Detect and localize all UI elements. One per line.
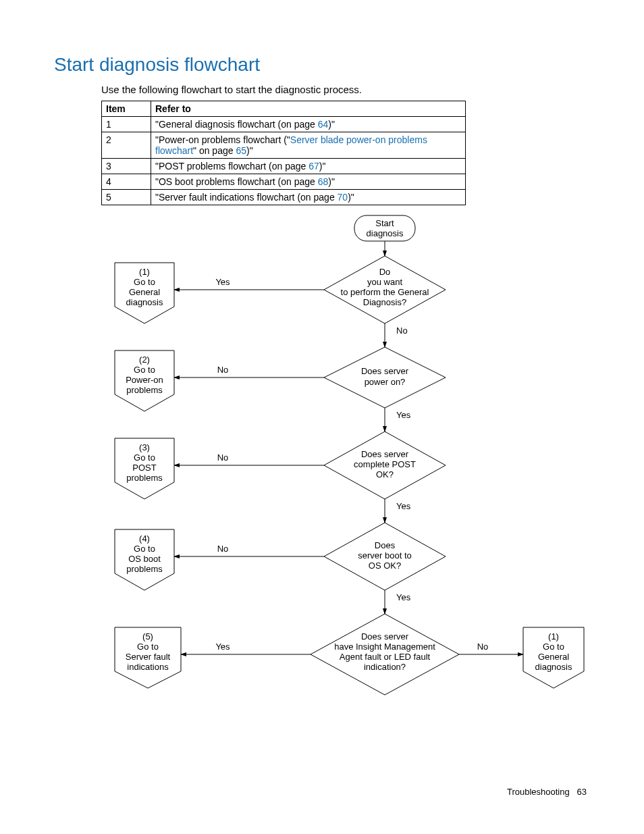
svg-text:(4): (4)	[139, 533, 150, 544]
cell-refer: "Power-on problems flowchart ("Server bl…	[151, 132, 466, 159]
svg-text:(5): (5)	[142, 631, 153, 642]
svg-text:Go to: Go to	[134, 365, 155, 375]
table-row: 1 "General diagnosis flowchart (on page …	[102, 117, 466, 132]
page-link[interactable]: 70	[338, 192, 348, 203]
label-yes: Yes	[215, 277, 230, 287]
cell-refer: "General diagnosis flowchart (on page 64…	[151, 117, 466, 132]
header-item: Item	[102, 101, 151, 117]
svg-text:have Insight Management: have Insight Management	[334, 642, 435, 652]
svg-text:Server fault: Server fault	[126, 652, 171, 662]
label-yes: Yes	[215, 642, 230, 652]
offpage-power-on: (2) Go to Power-on problems	[115, 350, 174, 411]
svg-text:problems: problems	[126, 385, 163, 395]
svg-text:problems: problems	[126, 473, 163, 483]
page-link[interactable]: 64	[318, 119, 329, 130]
cell-item: 3	[102, 159, 151, 174]
svg-text:diagnosis: diagnosis	[535, 662, 572, 672]
svg-text:OS OK?: OS OK?	[369, 561, 401, 571]
flowchart: Start diagnosis Do you want to perform t…	[101, 212, 590, 741]
cell-refer: "Server fault indications flowchart (on …	[151, 190, 466, 205]
footer-page: 63	[577, 787, 587, 797]
footer-section: Troubleshooting	[507, 787, 570, 797]
decision-osboot: Does server boot to OS OK?	[324, 523, 446, 590]
cell-item: 4	[102, 174, 151, 190]
page-link[interactable]: 65	[236, 145, 246, 156]
cell-item: 2	[102, 132, 151, 159]
svg-text:problems: problems	[126, 564, 163, 574]
svg-text:Start: Start	[375, 218, 394, 228]
svg-text:Go to: Go to	[543, 642, 564, 652]
label-no: No	[477, 642, 489, 652]
table-row: 2 "Power-on problems flowchart ("Server …	[102, 132, 466, 159]
page-link[interactable]: 67	[308, 161, 319, 172]
offpage-post: (3) Go to POST problems	[115, 438, 174, 499]
svg-text:Power-on: Power-on	[126, 375, 163, 385]
svg-text:(1): (1)	[139, 267, 150, 277]
svg-text:indications: indications	[127, 662, 169, 672]
cell-item: 5	[102, 190, 151, 205]
svg-text:diagnosis: diagnosis	[367, 228, 404, 238]
label-no: No	[217, 365, 229, 375]
svg-text:Go to: Go to	[134, 277, 155, 287]
label-no: No	[217, 544, 229, 554]
svg-text:(2): (2)	[139, 355, 150, 365]
svg-text:server boot to: server boot to	[358, 550, 412, 561]
cell-refer: "OS boot problems flowchart (on page 68)…	[151, 174, 466, 190]
reference-table: Item Refer to 1 "General diagnosis flowc…	[101, 101, 466, 205]
label-yes: Yes	[396, 501, 411, 511]
label-no: No	[396, 325, 408, 336]
svg-text:Go to: Go to	[137, 642, 159, 652]
svg-text:Diagnosis?: Diagnosis?	[363, 297, 406, 307]
cell-item: 1	[102, 117, 151, 132]
svg-text:(3): (3)	[139, 442, 150, 452]
label-yes: Yes	[396, 410, 411, 420]
page-title: Start diagnosis flowchart	[54, 54, 590, 76]
decision-post: Does server complete POST OK?	[324, 432, 446, 499]
svg-text:Go to: Go to	[134, 544, 155, 554]
svg-text:power on?: power on?	[365, 377, 406, 387]
svg-text:Go to: Go to	[134, 452, 155, 463]
svg-text:complete POST: complete POST	[354, 459, 416, 469]
offpage-server-fault: (5) Go to Server fault indications	[115, 627, 181, 688]
svg-text:Agent fault or LED fault: Agent fault or LED fault	[340, 652, 431, 662]
svg-text:you want: you want	[367, 277, 402, 287]
decision-fault: Does server have Insight Management Agen…	[311, 614, 459, 695]
svg-text:(1): (1)	[548, 631, 559, 642]
svg-text:OK?: OK?	[376, 469, 394, 479]
page-link[interactable]: 68	[318, 176, 329, 187]
decision-general: Do you want to perform the General Diagn…	[324, 256, 446, 323]
offpage-general-diagnosis: (1) Go to General diagnosis	[115, 263, 174, 323]
table-row: 3 "POST problems flowchart (on page 67)"	[102, 159, 466, 174]
label-no: No	[217, 452, 229, 463]
offpage-osboot: (4) Go to OS boot problems	[115, 529, 174, 590]
cell-refer: "POST problems flowchart (on page 67)"	[151, 159, 466, 174]
svg-text:General: General	[129, 287, 160, 297]
svg-text:Does server: Does server	[361, 449, 409, 459]
svg-text:OS boot: OS boot	[128, 554, 161, 564]
table-row: 4 "OS boot problems flowchart (on page 6…	[102, 174, 466, 190]
page-footer: Troubleshooting 63	[507, 787, 587, 797]
svg-text:POST: POST	[132, 463, 156, 473]
svg-text:to perform the General: to perform the General	[341, 287, 429, 297]
svg-text:General: General	[538, 652, 569, 662]
svg-text:Does server: Does server	[361, 631, 409, 642]
svg-text:diagnosis: diagnosis	[126, 297, 163, 307]
svg-text:Do: Do	[379, 267, 391, 277]
decision-power: Does server power on?	[324, 347, 446, 408]
header-refer: Refer to	[151, 101, 466, 117]
offpage-general-right: (1) Go to General diagnosis	[523, 627, 584, 688]
svg-text:Does: Does	[375, 540, 396, 550]
table-header-row: Item Refer to	[102, 101, 466, 117]
svg-text:Does server: Does server	[361, 366, 409, 376]
svg-text:indication?: indication?	[364, 662, 406, 672]
label-yes: Yes	[396, 592, 411, 602]
table-row: 5 "Server fault indications flowchart (o…	[102, 190, 466, 205]
intro-text: Use the following flowchart to start the…	[101, 84, 590, 95]
start-node: Start diagnosis	[354, 215, 415, 241]
